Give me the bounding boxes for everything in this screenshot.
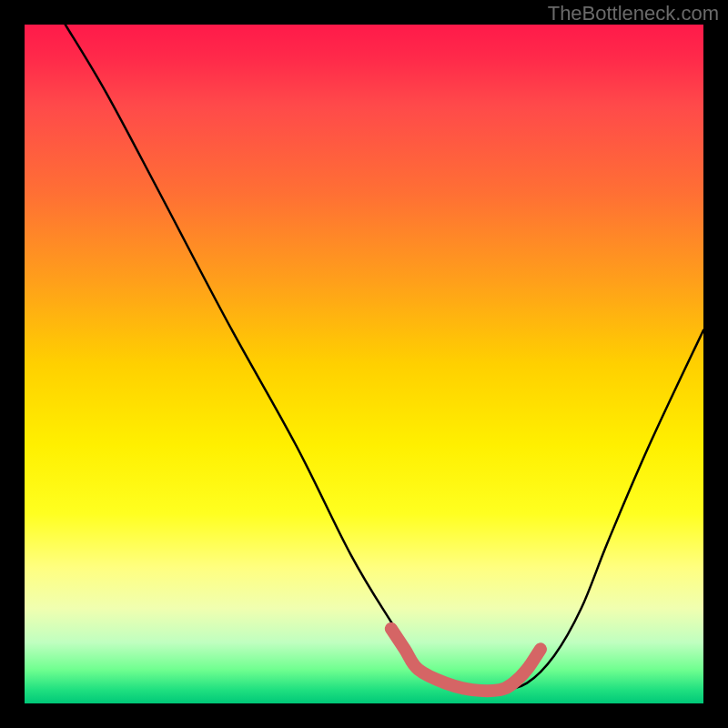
optimal-zone-path — [391, 629, 541, 691]
bottleneck-curve-path — [66, 25, 703, 691]
watermark-text: TheBottleneck.com — [548, 2, 719, 25]
plot-area — [25, 25, 703, 703]
chart-svg — [25, 25, 703, 703]
